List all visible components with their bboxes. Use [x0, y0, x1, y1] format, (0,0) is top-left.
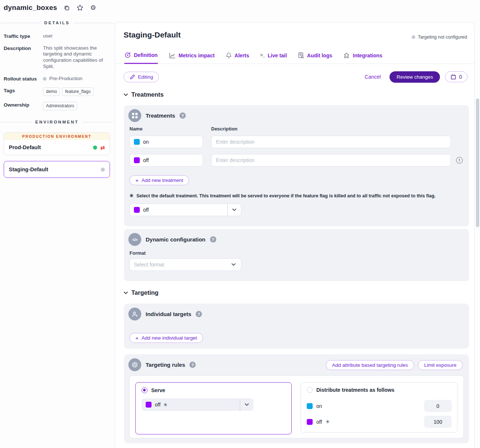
- description-value: This split showcases the targeting and d…: [43, 45, 109, 70]
- default-treatment-note: ✳ Select the default treatment. This tre…: [129, 193, 435, 198]
- tab-integrations[interactable]: Integrations: [343, 51, 382, 64]
- code-icon: </>: [128, 233, 141, 246]
- treatments-card-title: Treatments: [146, 112, 175, 119]
- sync-arrows-icon[interactable]: ⇄: [100, 145, 105, 150]
- tab-metrics-impact[interactable]: Metrics impact: [169, 51, 215, 64]
- calendar-icon: [451, 74, 456, 80]
- inactive-dot-icon: [101, 168, 105, 172]
- serve-option-panel: Serve off ✳: [135, 382, 292, 434]
- distribution-percentage-input[interactable]: [424, 416, 452, 428]
- treatments-section-toggle[interactable]: Treatments: [124, 91, 164, 98]
- chevron-down-icon: [240, 403, 253, 406]
- limit-exposure-button[interactable]: Limit exposure: [418, 360, 463, 370]
- individual-targets-card: Individual targets ? + Add new individua…: [124, 304, 469, 349]
- serve-treatment-select[interactable]: off ✳: [142, 398, 253, 411]
- star-icon[interactable]: [77, 4, 83, 11]
- serve-label: Serve: [151, 387, 165, 393]
- scheduled-changes-button[interactable]: 0: [445, 71, 467, 82]
- tab-audit-logs[interactable]: Audit logs: [298, 51, 332, 64]
- person-plus-icon: [128, 308, 141, 320]
- treatment-name-field[interactable]: [129, 136, 203, 148]
- help-icon[interactable]: ?: [179, 112, 186, 119]
- tab-alerts[interactable]: Alerts: [226, 51, 249, 64]
- distribute-radio[interactable]: [307, 387, 313, 393]
- add-new-treatment-button[interactable]: + Add new treatment: [129, 175, 189, 185]
- treatments-card: Treatments ? Name Description ! + Add ne…: [124, 105, 469, 226]
- edit-toolbar: Editing Cancel Review changes 0: [124, 71, 467, 82]
- rule-container: Serve off ✳ Distribute treatments as fol…: [129, 375, 464, 438]
- details-heading: DETAILS: [0, 21, 114, 25]
- rollout-diamond-icon: [42, 76, 47, 81]
- scheduled-count: 0: [459, 74, 462, 80]
- environment-card-prod[interactable]: PRODUCTION ENVIRONMENT Prod-Default ⇄: [4, 132, 110, 155]
- flag-title: dynamic_boxes: [4, 4, 57, 12]
- treatment-name-input[interactable]: [143, 157, 199, 163]
- treatment-color-swatch: [134, 157, 140, 163]
- add-new-individual-target-button[interactable]: + Add new individual target: [129, 333, 203, 343]
- distribution-percentage-input[interactable]: [424, 400, 452, 412]
- sidebar: DETAILS Traffic type user Description Th…: [0, 21, 114, 184]
- default-treatment-select[interactable]: off: [129, 204, 241, 216]
- targeting-rules-title: Targeting rules: [146, 362, 185, 368]
- description-column-header: Description: [211, 126, 238, 132]
- ownership-chip[interactable]: Administrators: [43, 102, 77, 110]
- format-select[interactable]: Select format: [129, 258, 241, 271]
- treatment-name-field[interactable]: [129, 154, 203, 166]
- default-treatment-value: off: [143, 207, 149, 213]
- tag-chip[interactable]: feature_flags: [62, 87, 93, 96]
- traffic-type-row: Traffic type user: [0, 33, 114, 39]
- ownership-row: Ownership Administrators: [0, 102, 114, 110]
- targeting-status: Targeting not configured: [412, 35, 467, 40]
- treatment-name-input[interactable]: [143, 139, 199, 145]
- tab-definition[interactable]: Definition: [124, 51, 158, 64]
- add-attribute-rules-button[interactable]: Add attribute based targeting rules: [326, 360, 414, 370]
- format-label: Format: [129, 250, 146, 256]
- treatment-color-swatch: [134, 207, 140, 213]
- help-icon[interactable]: ?: [189, 362, 196, 368]
- treatment-color-swatch: [307, 403, 313, 409]
- traffic-type-label: Traffic type: [4, 33, 43, 39]
- vertical-scrollbar[interactable]: [476, 98, 479, 227]
- editing-button[interactable]: Editing: [124, 72, 159, 82]
- gear-icon[interactable]: ⚙: [90, 4, 96, 11]
- treatment-description-input[interactable]: [211, 136, 451, 148]
- tags-label: Tags: [4, 87, 43, 96]
- review-changes-button[interactable]: Review changes: [390, 71, 440, 83]
- tab-live-tail[interactable]: >_ Live tail: [260, 51, 287, 64]
- distribution-treatment-name: on: [316, 403, 322, 409]
- tag-chip[interactable]: demo: [43, 87, 60, 96]
- info-circle-icon[interactable]: !: [456, 157, 463, 164]
- help-icon[interactable]: ?: [210, 236, 216, 243]
- app-header: dynamic_boxes ⚙: [0, 0, 96, 15]
- pencil-icon: [129, 74, 135, 80]
- traffic-type-value: user: [43, 33, 109, 39]
- distribute-option-panel: Distribute treatments as follows on off …: [301, 382, 458, 433]
- status-text: Targeting not configured: [418, 35, 467, 40]
- environment-card-staging[interactable]: Staging-Default: [4, 161, 110, 178]
- bell-icon: [226, 52, 232, 59]
- serve-treatment-value: off: [155, 402, 160, 408]
- copy-icon[interactable]: [64, 5, 70, 11]
- individual-targets-title: Individual targets: [146, 311, 191, 317]
- help-icon[interactable]: ?: [196, 311, 202, 317]
- page-title: Staging-Default: [124, 31, 181, 39]
- cancel-button[interactable]: Cancel: [365, 74, 381, 80]
- distribution-row: off ✳: [307, 416, 452, 428]
- environment-name: Prod-Default: [9, 144, 41, 150]
- ownership-label: Ownership: [4, 102, 43, 110]
- document-search-icon: [298, 52, 304, 59]
- targeting-section-toggle[interactable]: Targeting: [124, 289, 159, 296]
- dynamic-configuration-title: Dynamic configuration: [146, 236, 206, 243]
- default-marker-icon: ✳: [163, 402, 167, 408]
- environment-name: Staging-Default: [9, 166, 48, 172]
- environment-definition-panel: Staging-Default Targeting not configured…: [115, 22, 475, 448]
- distribution-row: on: [307, 400, 452, 412]
- treatment-description-input[interactable]: [211, 154, 451, 166]
- serve-radio[interactable]: [142, 387, 147, 393]
- default-marker-icon: ✳: [326, 419, 330, 424]
- chevron-down-icon: [124, 291, 128, 294]
- rollout-status-row: Rollout status Pre-Production: [0, 76, 114, 82]
- targeting-rules-card: Targeting rules ? Add attribute based ta…: [124, 354, 469, 443]
- plus-icon: +: [135, 335, 139, 341]
- chart-line-icon: [169, 53, 176, 59]
